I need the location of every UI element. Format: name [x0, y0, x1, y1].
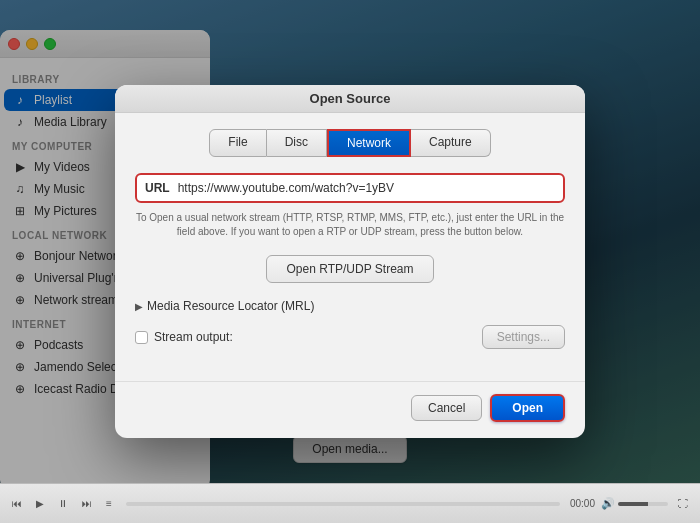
- volume-control: 🔊: [601, 497, 668, 510]
- tab-bar: File Disc Network Capture: [135, 129, 565, 157]
- open-rtp-button[interactable]: Open RTP/UDP Stream: [266, 255, 435, 283]
- modal-titlebar: Open Source: [115, 85, 585, 113]
- modal-title: Open Source: [310, 91, 391, 106]
- help-text: To Open a usual network stream (HTTP, RT…: [135, 211, 565, 239]
- url-label: URL: [145, 181, 170, 195]
- stream-output-row: Stream output: Settings...: [135, 325, 565, 349]
- list-button[interactable]: ≡: [102, 496, 116, 511]
- stream-output-label: Stream output:: [154, 330, 233, 344]
- fullscreen-button[interactable]: ⛶: [674, 496, 692, 511]
- modal-overlay: Open Source File Disc Network Capture: [0, 0, 700, 523]
- play-button[interactable]: ▶: [32, 496, 48, 511]
- mrl-arrow-icon: ▶: [135, 301, 143, 312]
- rtp-btn-container: Open RTP/UDP Stream: [135, 255, 565, 283]
- time-display: 00:00: [570, 498, 595, 509]
- open-button[interactable]: Open: [490, 394, 565, 422]
- modal-body: File Disc Network Capture URL To Open a …: [115, 113, 585, 381]
- volume-icon: 🔊: [601, 497, 615, 510]
- mrl-section: ▶ Media Resource Locator (MRL): [135, 299, 565, 313]
- tab-disc[interactable]: Disc: [267, 129, 327, 157]
- open-source-dialog: Open Source File Disc Network Capture: [115, 85, 585, 438]
- tab-capture[interactable]: Capture: [411, 129, 491, 157]
- rewind-button[interactable]: ⏮: [8, 496, 26, 511]
- settings-button[interactable]: Settings...: [482, 325, 565, 349]
- mrl-label: Media Resource Locator (MRL): [147, 299, 314, 313]
- tab-file[interactable]: File: [209, 129, 266, 157]
- tab-network[interactable]: Network: [327, 129, 411, 157]
- progress-bar[interactable]: [126, 502, 560, 506]
- pause-button[interactable]: ⏸: [54, 496, 72, 511]
- transport-bar: ⏮ ▶ ⏸ ⏭ ≡ 00:00 🔊 ⛶: [0, 483, 700, 523]
- stream-left: Stream output:: [135, 330, 233, 344]
- url-input[interactable]: [178, 181, 555, 195]
- forward-button[interactable]: ⏭: [78, 496, 96, 511]
- url-section: URL: [135, 173, 565, 203]
- volume-slider[interactable]: [618, 502, 668, 506]
- modal-footer: Cancel Open: [115, 381, 585, 438]
- stream-output-checkbox[interactable]: [135, 331, 148, 344]
- cancel-button[interactable]: Cancel: [411, 395, 482, 421]
